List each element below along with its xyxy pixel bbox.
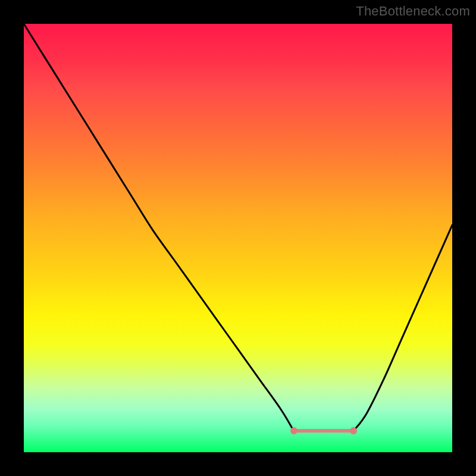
chart-frame: TheBottleneck.com: [0, 0, 476, 476]
curve-right-branch: [353, 225, 452, 431]
plot-area: [24, 24, 452, 452]
watermark-text: TheBottleneck.com: [356, 4, 470, 19]
curve-left-branch: [24, 24, 294, 431]
bottleneck-curve: [24, 24, 452, 452]
optimal-region-right-dot: [350, 427, 357, 434]
optimal-region-left-dot: [290, 427, 298, 434]
optimal-flat-region: [294, 429, 354, 433]
